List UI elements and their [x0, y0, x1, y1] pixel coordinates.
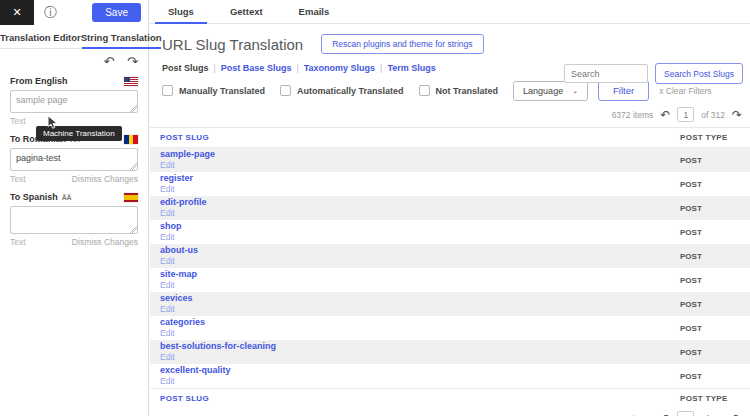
sidebar: ✕ ⓘ Save Translation Editor String Trans…: [0, 0, 149, 416]
column-header-post-type: POST TYPE: [680, 133, 750, 142]
edit-link[interactable]: Edit: [160, 281, 680, 290]
romania-flag-icon: [124, 135, 138, 144]
table-row: excellent-qualityEdit POST: [150, 364, 750, 388]
post-type-value: POST: [680, 228, 750, 237]
subnav-post-slugs[interactable]: Post Slugs: [162, 63, 209, 73]
post-type-value: POST: [680, 156, 750, 165]
column-footer-post-slug[interactable]: POST SLUG: [150, 394, 680, 403]
field-to-romanian: To Romanian ĀĀ pagina-test Text Dismiss …: [0, 134, 148, 184]
field-type-label: Text: [10, 174, 26, 184]
table-row: best-solutions-for-cleaningEdit POST: [150, 340, 750, 364]
checkbox-not-translated[interactable]: Not Translated: [419, 85, 499, 96]
page-number-input[interactable]: 1: [677, 411, 694, 416]
close-icon: ✕: [12, 6, 21, 19]
edit-link[interactable]: Edit: [160, 209, 680, 218]
redo-icon[interactable]: ↷: [127, 54, 138, 69]
tab-emails[interactable]: Emails: [283, 0, 346, 23]
field-label: To Spanish: [10, 192, 58, 202]
table-footer: POST SLUG POST TYPE: [150, 388, 750, 407]
table-row: sevicesEdit POST: [150, 292, 750, 316]
info-icon[interactable]: ⓘ: [44, 6, 57, 19]
title-row: URL Slug Translation Rescan plugins and …: [162, 34, 750, 54]
edit-link[interactable]: Edit: [160, 161, 680, 170]
page-title: URL Slug Translation: [162, 36, 303, 53]
us-flag-icon: [124, 77, 138, 86]
slug-link[interactable]: about-us: [160, 246, 680, 255]
search-box: Search Post Slugs: [564, 63, 743, 84]
machine-translation-icon[interactable]: ĀĀ: [62, 194, 71, 201]
table-row: registerEdit POST: [150, 172, 750, 196]
checkbox-icon[interactable]: [419, 85, 430, 96]
field-from-english: From English sample page Text: [0, 76, 148, 126]
slug-link[interactable]: edit-profile: [160, 198, 680, 207]
subnav-taxonomy-slugs[interactable]: Taxonomy Slugs: [304, 63, 375, 73]
dismiss-changes-link[interactable]: Dismiss Changes: [72, 237, 138, 247]
slug-link[interactable]: sevices: [160, 294, 680, 303]
checkbox-manually-translated[interactable]: Manually Translated: [162, 85, 265, 96]
close-button[interactable]: ✕: [0, 0, 34, 25]
slug-link[interactable]: excellent-quality: [160, 366, 680, 375]
page-total: of 312: [701, 110, 725, 120]
rescan-button[interactable]: Rescan plugins and theme for strings: [321, 34, 483, 54]
sidebar-header: ✕ ⓘ Save: [0, 0, 148, 25]
table-row: shopEdit POST: [150, 220, 750, 244]
tab-slugs[interactable]: Slugs: [152, 0, 210, 23]
spain-flag-icon: [124, 193, 138, 202]
checkbox-icon[interactable]: [280, 85, 291, 96]
edit-link[interactable]: Edit: [160, 305, 680, 314]
tab-string-translation[interactable]: String Translation: [81, 26, 162, 48]
spanish-translation-input[interactable]: [10, 206, 138, 234]
field-to-spanish: To Spanish ĀĀ Text Dismiss Changes: [0, 192, 148, 247]
slug-link[interactable]: best-solutions-for-cleaning: [160, 342, 680, 351]
romanian-translation-input[interactable]: pagina-test: [10, 148, 138, 171]
edit-link[interactable]: Edit: [160, 185, 680, 194]
edit-link[interactable]: Edit: [160, 233, 680, 242]
chevron-down-icon: ⌄: [572, 87, 578, 95]
undo-icon[interactable]: ↶: [104, 54, 115, 69]
edit-link[interactable]: Edit: [160, 377, 680, 386]
tab-translation-editor[interactable]: Translation Editor: [0, 26, 81, 48]
history-controls: ↶ ↷: [0, 49, 148, 68]
pagination-bottom: 6372 items ↶ 1 of 312 ↷: [150, 411, 750, 416]
source-text-input[interactable]: sample page: [10, 90, 138, 113]
table-header: POST SLUG POST TYPE: [150, 128, 750, 148]
dismiss-changes-link[interactable]: Dismiss Changes: [72, 174, 138, 184]
prev-page-icon[interactable]: ↶: [660, 413, 670, 416]
slug-link[interactable]: sample-page: [160, 150, 680, 159]
post-type-value: POST: [680, 348, 750, 357]
sidebar-tabs: Translation Editor String Translation: [0, 26, 148, 49]
mouse-cursor-icon: [47, 115, 58, 131]
next-page-icon[interactable]: ↷: [732, 109, 742, 121]
post-type-value: POST: [680, 300, 750, 309]
subnav-term-slugs[interactable]: Term Slugs: [387, 63, 435, 73]
post-type-value: POST: [680, 180, 750, 189]
edit-link[interactable]: Edit: [160, 353, 680, 362]
checkbox-automatically-translated[interactable]: Automatically Translated: [280, 85, 404, 96]
checkbox-icon[interactable]: [162, 85, 173, 96]
search-post-slugs-button[interactable]: Search Post Slugs: [655, 63, 743, 84]
post-type-value: POST: [680, 324, 750, 333]
table-row: edit-profileEdit POST: [150, 196, 750, 220]
post-type-value: POST: [680, 204, 750, 213]
items-count: 6372 items: [612, 110, 654, 120]
next-page-icon[interactable]: ↷: [732, 413, 742, 416]
edit-link[interactable]: Edit: [160, 257, 680, 266]
clear-filters-link[interactable]: x Clear Filters: [659, 86, 711, 96]
page-number-input[interactable]: 1: [677, 107, 694, 122]
subnav-post-base-slugs[interactable]: Post Base Slugs: [221, 63, 292, 73]
column-header-post-slug[interactable]: POST SLUG: [150, 133, 680, 142]
column-footer-post-type: POST TYPE: [680, 394, 750, 403]
table-row: site-mapEdit POST: [150, 268, 750, 292]
pagination-top: 6372 items ↶ 1 of 312 ↷: [150, 107, 750, 122]
save-button[interactable]: Save: [92, 3, 141, 22]
search-input[interactable]: [564, 64, 648, 83]
slug-link[interactable]: register: [160, 174, 680, 183]
slug-link[interactable]: categories: [160, 318, 680, 327]
slug-link[interactable]: site-map: [160, 270, 680, 279]
tab-gettext[interactable]: Gettext: [214, 0, 279, 23]
slug-link[interactable]: shop: [160, 222, 680, 231]
edit-link[interactable]: Edit: [160, 329, 680, 338]
translatepress-app: ✕ ⓘ Save Translation Editor String Trans…: [0, 0, 750, 416]
main-panel: Slugs Gettext Emails URL Slug Translatio…: [150, 0, 750, 416]
prev-page-icon[interactable]: ↶: [660, 109, 670, 121]
